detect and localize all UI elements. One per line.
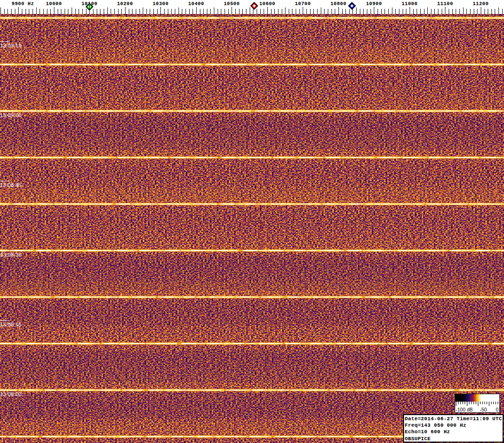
svg-text:11000: 11000	[402, 1, 418, 7]
svg-text:10900: 10900	[366, 1, 382, 7]
svg-text:-50: -50	[480, 407, 487, 412]
svg-text:11100: 11100	[437, 1, 453, 7]
svg-text:9900 Hz: 9900 Hz	[12, 1, 34, 7]
svg-text:10700: 10700	[295, 1, 311, 7]
svg-text:10800: 10800	[331, 1, 347, 7]
svg-text:11200: 11200	[473, 1, 489, 7]
svg-text:10400: 10400	[188, 1, 205, 7]
svg-text:0: 0	[496, 407, 498, 412]
svg-text:10600: 10600	[259, 1, 276, 7]
svg-text:10200: 10200	[117, 1, 133, 7]
svg-text:10000: 10000	[46, 1, 62, 7]
svg-text:-100 dB: -100 dB	[456, 407, 473, 412]
svg-text:10300: 10300	[153, 1, 169, 7]
svg-text:10500: 10500	[224, 1, 240, 7]
